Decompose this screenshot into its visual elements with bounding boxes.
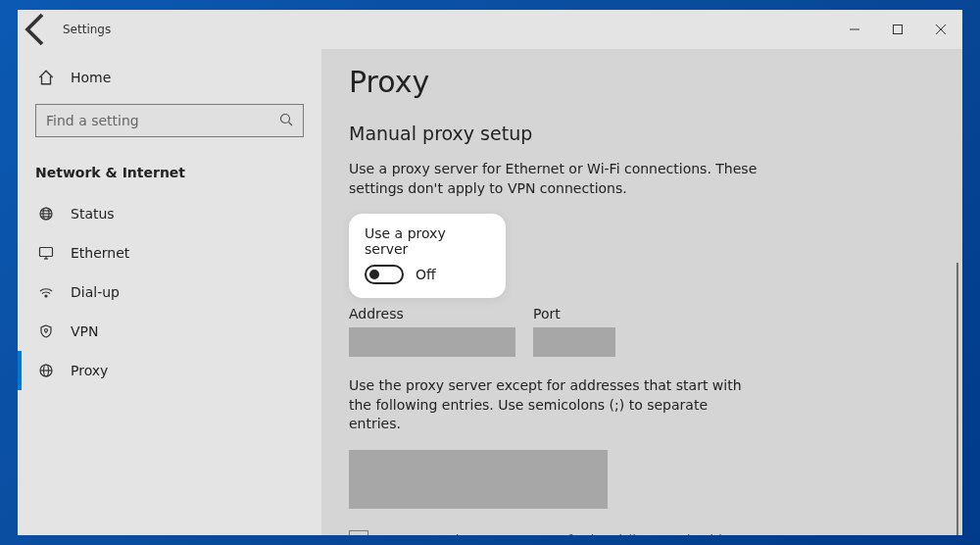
svg-point-15 — [45, 329, 48, 332]
search-icon — [279, 113, 293, 129]
exceptions-input[interactable] — [349, 450, 608, 509]
close-button[interactable] — [919, 10, 962, 49]
use-proxy-toggle[interactable] — [365, 265, 404, 284]
arrow-left-icon — [18, 10, 57, 49]
sidebar-item-label: VPN — [71, 323, 99, 339]
use-proxy-card: Use a proxy server Off — [349, 214, 506, 298]
sidebar-home[interactable]: Home — [18, 49, 321, 104]
local-bypass-checkbox[interactable] — [349, 530, 368, 535]
search-input[interactable] — [46, 113, 279, 128]
address-input[interactable] — [349, 327, 515, 357]
minimize-button[interactable] — [833, 10, 876, 49]
close-icon — [935, 24, 947, 35]
svg-point-4 — [281, 114, 290, 123]
sidebar-home-label: Home — [71, 70, 111, 85]
shield-icon — [37, 323, 55, 339]
sidebar-item-label: Ethernet — [71, 245, 129, 261]
use-proxy-label: Use a proxy server — [365, 225, 490, 257]
svg-line-5 — [289, 122, 293, 125]
svg-rect-11 — [40, 248, 53, 257]
titlebar-title: Settings — [57, 23, 111, 36]
svg-rect-1 — [894, 25, 903, 34]
sidebar-item-label: Proxy — [71, 363, 108, 378]
sidebar: Home Network & Internet Status Ether — [18, 49, 321, 535]
port-label: Port — [533, 306, 615, 322]
use-proxy-state: Off — [416, 267, 436, 282]
wifi-icon — [37, 284, 55, 300]
section-description: Use a proxy server for Ethernet or Wi-Fi… — [349, 160, 760, 198]
port-input[interactable] — [533, 327, 615, 357]
titlebar: Settings — [18, 10, 962, 49]
sidebar-item-vpn[interactable]: VPN — [18, 312, 321, 351]
globe-grid-icon — [37, 206, 55, 222]
globe-icon — [37, 363, 55, 378]
minimize-icon — [849, 24, 860, 35]
address-field: Address — [349, 306, 515, 357]
sidebar-item-ethernet[interactable]: Ethernet — [18, 233, 321, 272]
local-bypass-label: Don't use the proxy server for local (in… — [380, 532, 766, 535]
main-content: Proxy Manual proxy setup Use a proxy ser… — [321, 49, 962, 535]
sidebar-item-label: Status — [71, 206, 115, 222]
address-label: Address — [349, 306, 515, 322]
sidebar-section-label: Network & Internet — [35, 165, 304, 180]
svg-point-14 — [45, 295, 47, 297]
back-button[interactable] — [18, 10, 57, 49]
exceptions-description: Use the proxy server except for addresse… — [349, 376, 760, 434]
sidebar-item-status[interactable]: Status — [18, 194, 321, 233]
port-field: Port — [533, 306, 615, 357]
section-title: Manual proxy setup — [349, 123, 962, 144]
sidebar-item-proxy[interactable]: Proxy — [18, 351, 321, 390]
maximize-icon — [892, 24, 904, 35]
home-icon — [37, 69, 55, 86]
maximize-button[interactable] — [876, 10, 919, 49]
scrollbar[interactable] — [956, 263, 958, 535]
sidebar-item-dialup[interactable]: Dial-up — [18, 272, 321, 312]
toggle-thumb — [369, 270, 379, 279]
page-title: Proxy — [349, 65, 962, 99]
search-box[interactable] — [35, 104, 304, 137]
settings-window: Settings Home N — [18, 10, 962, 535]
monitor-icon — [37, 245, 55, 261]
sidebar-item-label: Dial-up — [71, 284, 120, 300]
